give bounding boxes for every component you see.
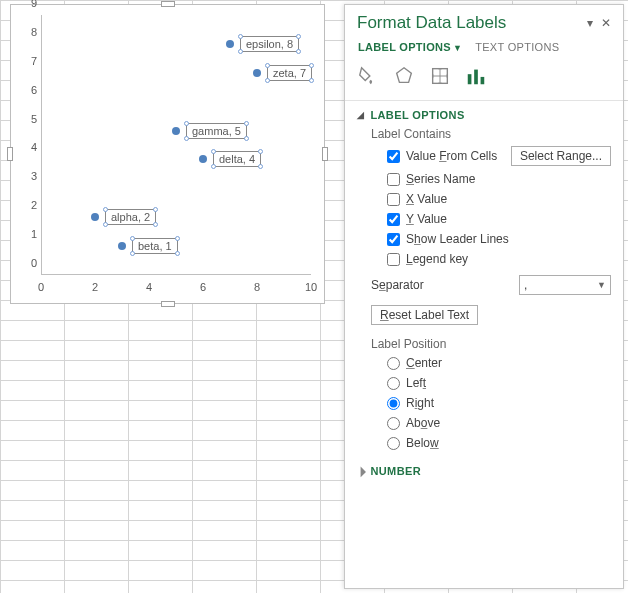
x-tick-label: 10: [305, 281, 317, 293]
label-position-heading: Label Position: [357, 333, 611, 353]
data-point[interactable]: [172, 127, 180, 135]
fill-line-icon[interactable]: [357, 65, 379, 90]
selection-handle[interactable]: [130, 251, 135, 256]
value-from-cells-label: Value From Cells: [406, 149, 497, 163]
position-right-label: Right: [406, 396, 434, 410]
position-below-label: Below: [406, 436, 439, 450]
selection-handle[interactable]: [211, 149, 216, 154]
data-label[interactable]: epsilon, 8: [240, 36, 299, 52]
selection-handle[interactable]: [309, 63, 314, 68]
y-tick-label: 6: [23, 84, 37, 96]
svg-rect-4: [481, 77, 485, 84]
position-right-radio[interactable]: [387, 397, 400, 410]
x-value-checkbox[interactable]: [387, 193, 400, 206]
pane-dropdown-icon[interactable]: ▾: [585, 16, 595, 30]
y-tick-label: 2: [23, 199, 37, 211]
position-above-radio[interactable]: [387, 417, 400, 430]
plot-area[interactable]: 01234567890246810alpha, 2beta, 1gamma, 5…: [41, 15, 311, 275]
y-tick-label: 4: [23, 141, 37, 153]
series-name-checkbox[interactable]: [387, 173, 400, 186]
close-icon[interactable]: ✕: [599, 16, 613, 30]
y-tick-label: 9: [23, 0, 37, 9]
selection-handle[interactable]: [175, 251, 180, 256]
y-tick-label: 8: [23, 26, 37, 38]
selection-handle[interactable]: [175, 236, 180, 241]
series-name-label: Series Name: [406, 172, 475, 186]
data-label[interactable]: zeta, 7: [267, 65, 312, 81]
y-axis: [41, 15, 42, 275]
position-below-radio[interactable]: [387, 437, 400, 450]
data-point[interactable]: [91, 213, 99, 221]
separator-select[interactable]: , ▼: [519, 275, 611, 295]
position-center-radio[interactable]: [387, 357, 400, 370]
selection-handle[interactable]: [296, 49, 301, 54]
tab-text-options[interactable]: TEXT OPTIONS: [474, 39, 560, 55]
resize-handle[interactable]: [322, 147, 328, 161]
selection-handle[interactable]: [309, 78, 314, 83]
data-point[interactable]: [253, 69, 261, 77]
show-leader-lines-checkbox[interactable]: [387, 233, 400, 246]
effects-icon[interactable]: [393, 65, 415, 90]
chart-object[interactable]: 01234567890246810alpha, 2beta, 1gamma, 5…: [10, 4, 325, 304]
position-center-label: Center: [406, 356, 442, 370]
value-from-cells-checkbox[interactable]: [387, 150, 400, 163]
resize-handle[interactable]: [161, 301, 175, 307]
svg-rect-2: [468, 74, 472, 84]
selection-handle[interactable]: [296, 34, 301, 39]
data-label[interactable]: delta, 4: [213, 151, 261, 167]
x-tick-label: 6: [200, 281, 206, 293]
legend-key-label: Legend key: [406, 252, 468, 266]
position-left-label: Left: [406, 376, 426, 390]
selection-handle[interactable]: [238, 49, 243, 54]
selection-handle[interactable]: [211, 164, 216, 169]
selection-handle[interactable]: [130, 236, 135, 241]
chevron-down-icon: ▼: [597, 280, 606, 290]
selection-handle[interactable]: [265, 63, 270, 68]
legend-key-checkbox[interactable]: [387, 253, 400, 266]
svg-rect-3: [474, 70, 478, 85]
resize-handle[interactable]: [161, 1, 175, 7]
collapse-icon: ◢: [357, 110, 364, 120]
selection-handle[interactable]: [184, 136, 189, 141]
format-data-labels-pane: Format Data Labels ▾ ✕ LABEL OPTIONS▼ TE…: [344, 4, 624, 589]
number-header[interactable]: ◢ NUMBER: [357, 465, 611, 479]
selection-handle[interactable]: [103, 207, 108, 212]
select-range-button[interactable]: Select Range...: [511, 146, 611, 166]
resize-handle[interactable]: [7, 147, 13, 161]
selection-handle[interactable]: [153, 207, 158, 212]
selection-handle[interactable]: [244, 136, 249, 141]
y-value-label: Y Value: [406, 212, 447, 226]
x-tick-label: 4: [146, 281, 152, 293]
y-value-checkbox[interactable]: [387, 213, 400, 226]
selection-handle[interactable]: [265, 78, 270, 83]
show-leader-lines-label: Show Leader Lines: [406, 232, 509, 246]
x-value-label: X Value: [406, 192, 447, 206]
label-options-icon[interactable]: [465, 65, 487, 90]
data-point[interactable]: [226, 40, 234, 48]
size-properties-icon[interactable]: [429, 65, 451, 90]
x-tick-label: 0: [38, 281, 44, 293]
y-tick-label: 3: [23, 170, 37, 182]
selection-handle[interactable]: [103, 222, 108, 227]
data-label[interactable]: beta, 1: [132, 238, 178, 254]
position-left-radio[interactable]: [387, 377, 400, 390]
reset-label-text-button[interactable]: Reset Label Text: [371, 305, 478, 325]
data-point[interactable]: [199, 155, 207, 163]
selection-handle[interactable]: [238, 34, 243, 39]
x-axis: [41, 274, 311, 275]
data-label[interactable]: gamma, 5: [186, 123, 247, 139]
selection-handle[interactable]: [184, 121, 189, 126]
position-above-label: Above: [406, 416, 440, 430]
svg-marker-0: [397, 68, 412, 83]
selection-handle[interactable]: [258, 149, 263, 154]
selection-handle[interactable]: [244, 121, 249, 126]
x-tick-label: 2: [92, 281, 98, 293]
label-options-header[interactable]: ◢ LABEL OPTIONS: [357, 109, 611, 123]
selection-handle[interactable]: [153, 222, 158, 227]
y-tick-label: 0: [23, 257, 37, 269]
data-point[interactable]: [118, 242, 126, 250]
selection-handle[interactable]: [258, 164, 263, 169]
data-label[interactable]: alpha, 2: [105, 209, 156, 225]
tab-label-options[interactable]: LABEL OPTIONS▼: [357, 39, 463, 55]
y-tick-label: 1: [23, 228, 37, 240]
